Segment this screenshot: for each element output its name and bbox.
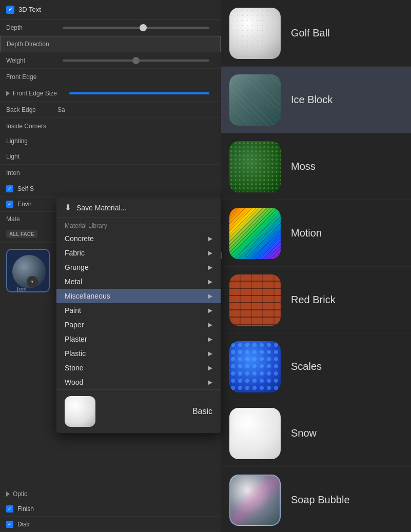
material-item-soap-bubble[interactable]: Soap Bubble	[221, 467, 411, 532]
menu-item-label: Paint	[65, 306, 81, 314]
material-thumbnail-soap-bubble	[229, 475, 281, 526]
material-item-red-brick[interactable]: Red Brick	[221, 267, 411, 333]
depth-label: Depth	[6, 24, 57, 31]
light-label: Light	[6, 153, 57, 160]
submenu-arrow: ▶	[208, 379, 212, 386]
menu-item-paper[interactable]: Paper▶	[56, 318, 221, 332]
material-label: Mate	[6, 215, 20, 223]
menu-item-miscellaneous[interactable]: Miscellaneous▶	[56, 289, 221, 303]
intensity-label: Inten	[6, 169, 57, 176]
material-name-motion: Motion	[291, 227, 322, 239]
material-name-red-brick: Red Brick	[291, 294, 336, 306]
menu-items-list: Concrete▶Fabric▶Grunge▶Metal▶Miscellaneo…	[56, 231, 221, 389]
menu-item-paint[interactable]: Paint▶	[56, 303, 221, 318]
material-name-golf-ball: Golf Ball	[291, 27, 330, 39]
material-thumbnail-golf-ball	[229, 8, 281, 59]
basic-label: Basic	[192, 407, 212, 416]
expand-icon[interactable]	[6, 91, 10, 96]
menu-item-grunge[interactable]: Grunge▶	[56, 260, 221, 274]
submenu-arrow: ▶	[208, 321, 212, 328]
depth-direction-row: Depth Direction	[0, 36, 221, 52]
iron-label: Iron	[0, 286, 44, 292]
front-edge-size-row: Front Edge Size	[0, 85, 221, 102]
material-name-moss: Moss	[291, 161, 316, 172]
depth-thumb[interactable]	[140, 24, 147, 31]
inside-corners-label: Inside Corners	[6, 123, 57, 130]
weight-slider[interactable]	[63, 60, 209, 62]
menu-item-plaster[interactable]: Plaster▶	[56, 332, 221, 346]
menu-item-plastic[interactable]: Plastic▶	[56, 346, 221, 361]
depth-row: Depth	[0, 19, 221, 36]
environment-checkbox[interactable]	[6, 201, 13, 208]
menu-item-label: Plaster	[65, 335, 87, 343]
menu-item-label: Grunge	[65, 263, 89, 271]
3d-text-checkbox[interactable]	[6, 6, 14, 14]
menu-item-label: Fabric	[65, 249, 85, 257]
material-thumbnail-scales	[229, 341, 281, 392]
submenu-arrow: ▶	[208, 292, 212, 300]
material-name-soap-bubble: Soap Bubble	[291, 494, 350, 506]
iron-dropdown-button[interactable]	[27, 276, 38, 287]
back-edge-value: Sa	[57, 106, 65, 113]
top-bar: 3D Text	[0, 0, 221, 19]
material-item-motion[interactable]: Motion	[221, 200, 411, 267]
depth-slider[interactable]	[63, 27, 209, 29]
menu-item-label: Miscellaneous	[65, 292, 110, 300]
weight-thumb[interactable]	[132, 57, 140, 64]
self-shadow-row: Self S	[0, 181, 221, 196]
material-item-ice-block[interactable]: Ice Block	[221, 67, 411, 133]
material-item-golf-ball[interactable]: Golf Ball	[221, 0, 411, 67]
finish-row: Finish	[0, 501, 221, 517]
save-material-item[interactable]: ⬇ Save Material...	[56, 198, 221, 218]
inside-corners-row: Inside Corners	[0, 118, 221, 134]
front-edge-label: Front Edge	[6, 73, 57, 81]
menu-item-stone[interactable]: Stone▶	[56, 361, 221, 375]
material-library-label: Material Library	[65, 222, 107, 229]
material-thumbnail-motion	[229, 208, 281, 259]
light-row: Light	[0, 148, 221, 165]
right-panel: Golf Ball Ice Block Moss Motion Red Bric…	[221, 0, 411, 532]
intensity-row: Inten	[0, 165, 221, 181]
menu-item-fabric[interactable]: Fabric▶	[56, 246, 221, 260]
menu-item-wood[interactable]: Wood▶	[56, 375, 221, 389]
optics-label: Optic	[13, 490, 27, 498]
submenu-arrow: ▶	[208, 307, 212, 314]
basic-item[interactable]: Basic	[56, 389, 221, 433]
optics-row: Optic	[0, 487, 221, 501]
menu-item-concrete[interactable]: Concrete▶	[56, 231, 221, 246]
submenu-arrow: ▶	[208, 249, 212, 257]
menu-item-label: Wood	[65, 378, 83, 386]
self-shadow-label: Self S	[17, 185, 34, 192]
submenu-arrow: ▶	[208, 336, 212, 343]
optics-expand-icon[interactable]	[6, 491, 10, 497]
material-name-ice-block: Ice Block	[291, 94, 332, 106]
material-thumbnail-moss	[229, 141, 281, 192]
front-edge-size-label: Front Edge Size	[13, 90, 64, 97]
material-library-header: Material Library	[56, 218, 221, 231]
lighting-section: Lighting	[0, 134, 221, 148]
distress-checkbox[interactable]	[6, 521, 13, 528]
weight-label: Weight	[6, 57, 57, 64]
submenu-arrow: ▶	[208, 235, 212, 242]
material-item-moss[interactable]: Moss	[221, 133, 411, 200]
weight-row: Weight	[0, 52, 221, 69]
materials-list: Golf Ball Ice Block Moss Motion Red Bric…	[221, 0, 411, 532]
front-edge-row: Front Edge	[0, 69, 221, 85]
submenu-arrow: ▶	[208, 278, 212, 285]
front-edge-size-slider[interactable]	[69, 92, 209, 94]
material-thumbnail-red-brick	[229, 274, 281, 326]
material-item-snow[interactable]: Snow	[221, 400, 411, 467]
self-shadow-checkbox[interactable]	[6, 185, 13, 192]
menu-item-label: Concrete	[65, 234, 94, 243]
menu-item-label: Paper	[65, 321, 84, 329]
distress-row: Distr	[0, 517, 221, 532]
3d-text-label: 3D Text	[18, 6, 41, 13]
bottom-props: Optic Finish Distr	[0, 487, 221, 532]
material-item-scales[interactable]: Scales	[221, 333, 411, 400]
menu-item-label: Plastic	[65, 349, 86, 358]
submenu-arrow: ▶	[208, 264, 212, 271]
finish-checkbox[interactable]	[6, 505, 13, 513]
menu-item-metal[interactable]: Metal▶	[56, 274, 221, 289]
submenu-arrow: ▶	[208, 364, 212, 371]
distress-label: Distr	[17, 521, 30, 528]
